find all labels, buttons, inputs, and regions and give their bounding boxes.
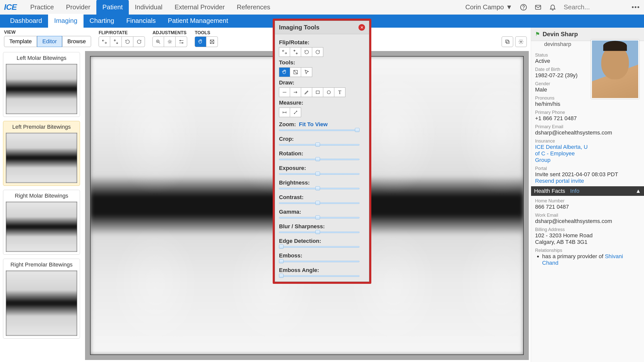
svg-point-4 bbox=[169, 41, 171, 42]
nav-individual[interactable]: Individual bbox=[129, 0, 169, 15]
copy-icon[interactable] bbox=[502, 36, 513, 47]
tools-group-label: TOOLS bbox=[195, 30, 218, 35]
dlg-line-icon[interactable] bbox=[279, 87, 290, 97]
imaging-tools-dialog: Imaging Tools ✕ Flip/Rotate: Tools: Draw… bbox=[273, 19, 371, 284]
subtab-patient-management[interactable]: Patient Management bbox=[162, 14, 234, 28]
rotate-right-icon[interactable] bbox=[133, 36, 145, 47]
subtab-financials[interactable]: Financials bbox=[120, 14, 162, 28]
slider-6[interactable] bbox=[279, 230, 359, 234]
caret-down-icon: ▼ bbox=[506, 3, 512, 11]
pemail-value: dsharp@icehealthsystems.com bbox=[535, 129, 590, 136]
bell-icon[interactable] bbox=[549, 4, 556, 11]
mail-icon[interactable] bbox=[535, 4, 542, 11]
tab-health-facts[interactable]: Health Facts bbox=[534, 188, 565, 194]
dlg-invert-icon[interactable] bbox=[290, 67, 301, 77]
svg-rect-12 bbox=[316, 91, 319, 94]
rel-label: Relationships bbox=[535, 248, 640, 253]
zoom-slider[interactable] bbox=[279, 128, 359, 132]
slider-8[interactable] bbox=[279, 259, 359, 263]
subtab-dashboard[interactable]: Dashboard bbox=[4, 14, 48, 28]
slider-label: Edge Detection: bbox=[279, 238, 365, 244]
rotate-left-icon[interactable] bbox=[122, 36, 133, 47]
health-tabs: Health Facts Info ▲ bbox=[531, 186, 644, 196]
slider-label: Gamma: bbox=[279, 209, 365, 215]
thumb-image bbox=[6, 133, 77, 183]
thumb-left-molar[interactable]: Left Molar Bitewings bbox=[3, 52, 80, 117]
thumb-right-premolar[interactable]: Right Premolar Bitewings bbox=[3, 259, 80, 339]
portal-value: Invite sent 2021-04-07 08:03 PDT bbox=[535, 171, 640, 178]
template-button[interactable]: Template bbox=[4, 36, 37, 47]
flag-icon[interactable]: ⚑ bbox=[535, 31, 540, 37]
nav-practice[interactable]: Practice bbox=[24, 0, 60, 15]
flip-h-icon[interactable] bbox=[99, 36, 110, 47]
thumb-right-molar[interactable]: Right Molar Bitewings bbox=[3, 190, 80, 255]
dlg-rotate-left-icon[interactable] bbox=[301, 47, 312, 57]
brightness-icon[interactable] bbox=[164, 36, 176, 47]
editor-button[interactable]: Editor bbox=[37, 36, 62, 47]
dlg-rotate-right-icon[interactable] bbox=[312, 47, 323, 57]
dlg-text-icon[interactable]: T bbox=[334, 87, 345, 97]
portal-resend-link[interactable]: Resend portal invite bbox=[535, 178, 640, 184]
slider-4[interactable] bbox=[279, 201, 359, 205]
slider-label: Brightness: bbox=[279, 179, 365, 186]
dlg-measure-label: Measure: bbox=[279, 100, 365, 106]
dlg-pencil-icon[interactable] bbox=[301, 87, 312, 97]
nav-external-provider[interactable]: External Provider bbox=[169, 0, 231, 15]
slider-2[interactable] bbox=[279, 172, 359, 175]
thumb-image bbox=[6, 202, 77, 252]
slider-9[interactable] bbox=[279, 274, 359, 278]
patient-photo[interactable] bbox=[591, 40, 639, 99]
settings-icon[interactable] bbox=[515, 36, 527, 47]
slider-3[interactable] bbox=[279, 187, 359, 190]
slider-5[interactable] bbox=[279, 216, 359, 219]
thumb-title: Left Premolar Bitewings bbox=[6, 124, 77, 130]
thumbnail-list: Left Molar Bitewings Left Premolar Bitew… bbox=[0, 49, 83, 362]
dlg-arrow-icon[interactable] bbox=[290, 87, 301, 97]
dlg-circle-icon[interactable] bbox=[323, 87, 334, 97]
dlg-flip-v-icon[interactable] bbox=[290, 47, 301, 57]
slider-1[interactable] bbox=[279, 157, 359, 161]
nav-patient[interactable]: Patient bbox=[96, 0, 129, 15]
thumb-left-premolar[interactable]: Left Premolar Bitewings bbox=[3, 121, 80, 186]
slider-label: Emboss: bbox=[279, 252, 365, 259]
dlg-tools-label: Tools: bbox=[279, 59, 365, 66]
dlg-measure-diag-icon[interactable] bbox=[290, 108, 301, 117]
help-icon[interactable] bbox=[520, 4, 527, 11]
addr-value-2: Calgary, AB T4B 3G1 bbox=[535, 239, 640, 245]
adjust-group-label: ADJUSTMENTS bbox=[152, 30, 187, 35]
pan-tool-icon[interactable] bbox=[195, 36, 206, 47]
collapse-icon[interactable]: ▲ bbox=[635, 188, 641, 194]
dialog-header[interactable]: Imaging Tools ✕ bbox=[275, 21, 369, 34]
invert-tool-icon[interactable] bbox=[206, 36, 218, 47]
addr-label: Billing Address bbox=[535, 227, 640, 232]
nav-provider[interactable]: Provider bbox=[60, 0, 96, 15]
dlg-flip-h-icon[interactable] bbox=[279, 47, 290, 57]
close-icon[interactable]: ✕ bbox=[358, 24, 365, 31]
slider-0[interactable] bbox=[279, 143, 359, 146]
nav-references[interactable]: References bbox=[231, 0, 276, 15]
subtab-imaging[interactable]: Imaging bbox=[48, 14, 84, 28]
current-user-menu[interactable]: Corin Campo ▼ bbox=[465, 3, 512, 11]
imaging-toolbar: VIEW Template Editor Browse FLIP/ROTATE … bbox=[0, 28, 531, 49]
flip-v-icon[interactable] bbox=[110, 36, 122, 47]
dlg-rect-icon[interactable] bbox=[312, 87, 323, 97]
sliders-icon[interactable] bbox=[176, 36, 187, 47]
dlg-pointer-icon[interactable] bbox=[301, 67, 312, 77]
more-menu-icon[interactable]: ••• bbox=[632, 3, 640, 11]
svg-point-5 bbox=[180, 40, 181, 41]
slider-7[interactable] bbox=[279, 245, 359, 248]
insurance-label: Insurance bbox=[535, 139, 640, 144]
search-input[interactable] bbox=[564, 3, 624, 11]
dlg-measure-h-icon[interactable] bbox=[279, 108, 290, 117]
insurance-link[interactable]: ICE Dental Alberta, U of C - Employee Gr… bbox=[535, 144, 590, 163]
dlg-pan-icon[interactable] bbox=[279, 67, 290, 77]
dialog-title: Imaging Tools bbox=[279, 24, 319, 31]
subtab-charting[interactable]: Charting bbox=[84, 14, 120, 28]
slider-label: Exposure: bbox=[279, 165, 365, 171]
browse-button[interactable]: Browse bbox=[62, 36, 91, 47]
rel-text: has a primary provider of bbox=[542, 253, 605, 259]
zoom-icon[interactable] bbox=[152, 36, 164, 47]
top-nav: Practice Provider Patient Individual Ext… bbox=[24, 0, 276, 15]
thumb-image bbox=[6, 270, 77, 336]
tab-info[interactable]: Info bbox=[570, 188, 580, 194]
